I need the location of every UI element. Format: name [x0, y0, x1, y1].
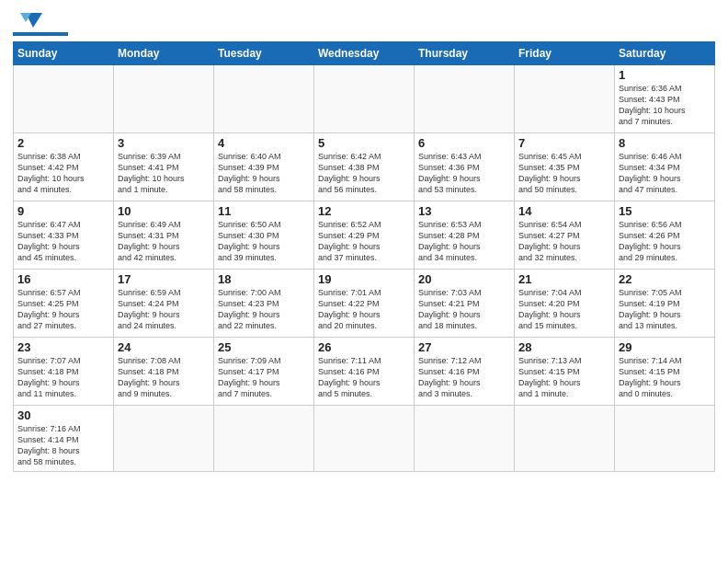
calendar-cell: 11Sunrise: 6:50 AM Sunset: 4:30 PM Dayli…: [214, 201, 314, 270]
day-info: Sunrise: 7:08 AM Sunset: 4:18 PM Dayligh…: [118, 355, 210, 400]
calendar-cell: [314, 406, 415, 472]
day-info: Sunrise: 7:07 AM Sunset: 4:18 PM Dayligh…: [17, 355, 109, 400]
day-number: 25: [218, 340, 310, 354]
day-info: Sunrise: 7:16 AM Sunset: 4:14 PM Dayligh…: [17, 423, 109, 468]
day-info: Sunrise: 7:11 AM Sunset: 4:16 PM Dayligh…: [318, 355, 410, 400]
calendar-header-friday: Friday: [515, 42, 615, 65]
day-number: 30: [17, 408, 109, 422]
day-number: 4: [218, 136, 310, 150]
day-info: Sunrise: 7:14 AM Sunset: 4:15 PM Dayligh…: [619, 355, 711, 400]
calendar-week-row: 1Sunrise: 6:36 AM Sunset: 4:43 PM Daylig…: [14, 65, 715, 133]
day-info: Sunrise: 6:42 AM Sunset: 4:38 PM Dayligh…: [318, 151, 410, 196]
day-number: 7: [518, 136, 610, 150]
day-number: 14: [518, 204, 610, 218]
day-number: 22: [619, 272, 711, 286]
calendar-cell: [14, 65, 114, 133]
day-info: Sunrise: 6:45 AM Sunset: 4:35 PM Dayligh…: [518, 151, 610, 196]
calendar-cell: 13Sunrise: 6:53 AM Sunset: 4:28 PM Dayli…: [415, 201, 515, 270]
day-number: 3: [118, 136, 210, 150]
day-number: 27: [418, 340, 510, 354]
calendar-cell: 6Sunrise: 6:43 AM Sunset: 4:36 PM Daylig…: [415, 133, 515, 201]
day-info: Sunrise: 6:36 AM Sunset: 4:43 PM Dayligh…: [619, 83, 711, 128]
day-info: Sunrise: 6:52 AM Sunset: 4:29 PM Dayligh…: [318, 219, 410, 264]
calendar-cell: 17Sunrise: 6:59 AM Sunset: 4:24 PM Dayli…: [114, 270, 214, 338]
day-number: 26: [318, 340, 410, 354]
day-info: Sunrise: 6:43 AM Sunset: 4:36 PM Dayligh…: [418, 151, 510, 196]
calendar-cell: [415, 65, 515, 133]
page-container: SundayMondayTuesdayWednesdayThursdayFrid…: [0, 0, 728, 477]
calendar-cell: [314, 65, 415, 133]
day-info: Sunrise: 6:49 AM Sunset: 4:31 PM Dayligh…: [118, 219, 210, 264]
calendar-cell: 10Sunrise: 6:49 AM Sunset: 4:31 PM Dayli…: [114, 201, 214, 270]
calendar-cell: 3Sunrise: 6:39 AM Sunset: 4:41 PM Daylig…: [114, 133, 214, 201]
day-info: Sunrise: 6:57 AM Sunset: 4:25 PM Dayligh…: [17, 287, 109, 332]
calendar-table: SundayMondayTuesdayWednesdayThursdayFrid…: [13, 41, 715, 472]
calendar-cell: [615, 406, 715, 472]
calendar-cell: [214, 406, 314, 472]
day-info: Sunrise: 6:53 AM Sunset: 4:28 PM Dayligh…: [418, 219, 510, 264]
calendar-cell: 24Sunrise: 7:08 AM Sunset: 4:18 PM Dayli…: [114, 338, 214, 406]
day-number: 18: [218, 272, 310, 286]
calendar-header-row: SundayMondayTuesdayWednesdayThursdayFrid…: [14, 42, 715, 65]
day-info: Sunrise: 7:01 AM Sunset: 4:22 PM Dayligh…: [318, 287, 410, 332]
calendar-cell: 4Sunrise: 6:40 AM Sunset: 4:39 PM Daylig…: [214, 133, 314, 201]
day-info: Sunrise: 7:13 AM Sunset: 4:15 PM Dayligh…: [518, 355, 610, 400]
day-number: 28: [518, 340, 610, 354]
calendar-cell: [114, 406, 214, 472]
day-info: Sunrise: 7:12 AM Sunset: 4:16 PM Dayligh…: [418, 355, 510, 400]
day-info: Sunrise: 7:05 AM Sunset: 4:19 PM Dayligh…: [619, 287, 711, 332]
day-info: Sunrise: 7:03 AM Sunset: 4:21 PM Dayligh…: [418, 287, 510, 332]
calendar-header-saturday: Saturday: [615, 42, 715, 65]
day-info: Sunrise: 6:56 AM Sunset: 4:26 PM Dayligh…: [619, 219, 711, 264]
calendar-cell: [515, 65, 615, 133]
day-info: Sunrise: 6:50 AM Sunset: 4:30 PM Dayligh…: [218, 219, 310, 264]
calendar-cell: 16Sunrise: 6:57 AM Sunset: 4:25 PM Dayli…: [14, 270, 114, 338]
calendar-cell: [214, 65, 314, 133]
day-number: 6: [418, 136, 510, 150]
day-info: Sunrise: 7:09 AM Sunset: 4:17 PM Dayligh…: [218, 355, 310, 400]
calendar-cell: 25Sunrise: 7:09 AM Sunset: 4:17 PM Dayli…: [214, 338, 314, 406]
calendar-header-thursday: Thursday: [415, 42, 515, 65]
day-number: 19: [318, 272, 410, 286]
calendar-cell: 15Sunrise: 6:56 AM Sunset: 4:26 PM Dayli…: [615, 201, 715, 270]
day-info: Sunrise: 6:39 AM Sunset: 4:41 PM Dayligh…: [118, 151, 210, 196]
calendar-header-monday: Monday: [114, 42, 214, 65]
calendar-cell: 5Sunrise: 6:42 AM Sunset: 4:38 PM Daylig…: [314, 133, 415, 201]
calendar-cell: 28Sunrise: 7:13 AM Sunset: 4:15 PM Dayli…: [515, 338, 615, 406]
calendar-header-tuesday: Tuesday: [214, 42, 314, 65]
calendar-cell: 12Sunrise: 6:52 AM Sunset: 4:29 PM Dayli…: [314, 201, 415, 270]
calendar-cell: [114, 65, 214, 133]
calendar-header-sunday: Sunday: [14, 42, 114, 65]
day-number: 24: [118, 340, 210, 354]
day-info: Sunrise: 6:46 AM Sunset: 4:34 PM Dayligh…: [619, 151, 711, 196]
day-number: 16: [17, 272, 109, 286]
day-number: 8: [619, 136, 711, 150]
calendar-cell: 14Sunrise: 6:54 AM Sunset: 4:27 PM Dayli…: [515, 201, 615, 270]
day-number: 5: [318, 136, 410, 150]
calendar-week-row: 23Sunrise: 7:07 AM Sunset: 4:18 PM Dayli…: [14, 338, 715, 406]
day-number: 13: [418, 204, 510, 218]
calendar-cell: 21Sunrise: 7:04 AM Sunset: 4:20 PM Dayli…: [515, 270, 615, 338]
calendar-cell: 9Sunrise: 6:47 AM Sunset: 4:33 PM Daylig…: [14, 201, 114, 270]
calendar-cell: [515, 406, 615, 472]
calendar-cell: [415, 406, 515, 472]
calendar-cell: 20Sunrise: 7:03 AM Sunset: 4:21 PM Dayli…: [415, 270, 515, 338]
calendar-week-row: 30Sunrise: 7:16 AM Sunset: 4:14 PM Dayli…: [14, 406, 715, 472]
calendar-week-row: 9Sunrise: 6:47 AM Sunset: 4:33 PM Daylig…: [14, 201, 715, 270]
header: [13, 9, 715, 36]
day-number: 20: [418, 272, 510, 286]
calendar-cell: 7Sunrise: 6:45 AM Sunset: 4:35 PM Daylig…: [515, 133, 615, 201]
calendar-cell: 1Sunrise: 6:36 AM Sunset: 4:43 PM Daylig…: [615, 65, 715, 133]
day-info: Sunrise: 7:00 AM Sunset: 4:23 PM Dayligh…: [218, 287, 310, 332]
day-number: 12: [318, 204, 410, 218]
day-number: 17: [118, 272, 210, 286]
calendar-cell: 30Sunrise: 7:16 AM Sunset: 4:14 PM Dayli…: [14, 406, 114, 472]
day-info: Sunrise: 7:04 AM Sunset: 4:20 PM Dayligh…: [518, 287, 610, 332]
day-number: 1: [619, 68, 711, 82]
day-number: 9: [17, 204, 109, 218]
day-info: Sunrise: 6:54 AM Sunset: 4:27 PM Dayligh…: [518, 219, 610, 264]
logo-underline: [13, 32, 68, 36]
calendar-cell: 2Sunrise: 6:38 AM Sunset: 4:42 PM Daylig…: [14, 133, 114, 201]
calendar-cell: 26Sunrise: 7:11 AM Sunset: 4:16 PM Dayli…: [314, 338, 415, 406]
day-info: Sunrise: 6:38 AM Sunset: 4:42 PM Dayligh…: [17, 151, 109, 196]
